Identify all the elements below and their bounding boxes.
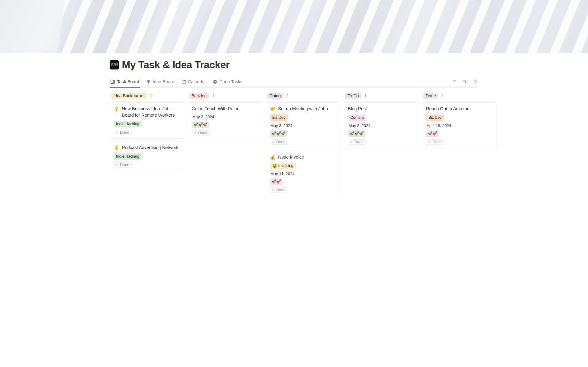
view-toolbar bbox=[451, 79, 478, 86]
column-header[interactable]: Done1 bbox=[422, 92, 496, 100]
done-label: Done bbox=[276, 188, 285, 192]
card-priority: 🚀🚀🚀 bbox=[192, 122, 209, 128]
check-icon: ✔ bbox=[115, 130, 119, 135]
done-pill[interactable]: ✔Done bbox=[270, 187, 288, 193]
done-label: Done bbox=[120, 130, 129, 135]
column-header[interactable]: Idea Backburner2 bbox=[110, 92, 184, 100]
column-label: Doing bbox=[267, 93, 283, 99]
column-label: Idea Backburner bbox=[111, 93, 147, 99]
card-priority: 🚀🚀🚀 bbox=[348, 130, 365, 137]
card-date: May 3, 2024 bbox=[348, 123, 414, 128]
done-pill[interactable]: ✔Done bbox=[114, 162, 132, 168]
done-pill[interactable]: ✔Done bbox=[348, 139, 366, 145]
tab-label: Done Tasks bbox=[219, 79, 243, 84]
check-badge-icon bbox=[213, 79, 217, 84]
column-header[interactable]: To Do1 bbox=[344, 92, 418, 100]
title-row: MY TASK TRACKER My Task & Idea Tracker bbox=[110, 53, 478, 71]
card-date: May 3, 2024 bbox=[270, 123, 336, 128]
column-label: To Do bbox=[345, 93, 361, 99]
card-title: Blog Post bbox=[348, 106, 367, 112]
page-cover bbox=[0, 0, 588, 53]
column-count: 1 bbox=[441, 93, 444, 98]
card-title-row: 💡Podcast Advertising Network bbox=[114, 144, 180, 151]
done-pill[interactable]: ✔Done bbox=[270, 139, 288, 145]
card-title: Podcast Advertising Network bbox=[122, 144, 179, 151]
card[interactable]: Blog PostContentMay 3, 2024🚀🚀🚀✔Done bbox=[344, 102, 418, 148]
card-title-row: Get in Touch With Peter bbox=[192, 106, 258, 112]
column-count: 1 bbox=[212, 93, 215, 98]
card-tag: Indie Hacking bbox=[114, 121, 142, 127]
card-title-row: 💡New Business Idea: Job Board for Remote… bbox=[114, 106, 180, 118]
card-title: Issue Invoice bbox=[278, 154, 304, 160]
card-emoji-icon: 💡 bbox=[114, 106, 119, 112]
column-header[interactable]: Doing2 bbox=[266, 92, 340, 100]
view-tabs-row: Task BoardIdea BoardCalendarDone Tasks bbox=[110, 77, 478, 88]
done-label: Done bbox=[198, 131, 207, 135]
column-backlog: Backlog1Get in Touch With PeterMay 2, 20… bbox=[188, 92, 262, 139]
card-emoji-icon: 💡 bbox=[114, 144, 119, 151]
card-title: New Business Idea: Job Board for Remote … bbox=[122, 106, 180, 118]
board-icon bbox=[110, 79, 115, 84]
card[interactable]: 💡New Business Idea: Job Board for Remote… bbox=[110, 102, 184, 139]
card-tag: Content bbox=[348, 114, 366, 121]
column-to-do: To Do1Blog PostContentMay 3, 2024🚀🚀🚀✔Don… bbox=[344, 92, 418, 148]
check-icon: ✔ bbox=[350, 140, 353, 144]
card[interactable]: Get in Touch With PeterMay 2, 2024🚀🚀🚀✔Do… bbox=[188, 102, 262, 139]
check-icon: ✔ bbox=[272, 188, 275, 192]
page-icon[interactable]: MY TASK TRACKER bbox=[110, 60, 119, 69]
column-count: 1 bbox=[364, 93, 367, 98]
card[interactable]: 🤝Set up Meeting with JohnBiz DevMay 3, 2… bbox=[266, 102, 340, 148]
card-date: May 11, 2024 bbox=[270, 171, 336, 176]
card[interactable]: 💰Issue Invoice🤑 InvoicingMay 11, 2024🚀🚀✔… bbox=[266, 151, 340, 197]
card-tag: 🤑 Invoicing bbox=[270, 163, 296, 169]
done-pill[interactable]: ✔Done bbox=[426, 139, 444, 145]
card-priority: 🚀🚀 bbox=[426, 130, 439, 137]
card-title-row: Reach Out to Amazon bbox=[426, 106, 492, 112]
card-priority: 🚀🚀🚀 bbox=[270, 130, 287, 137]
card-priority: 🚀🚀 bbox=[270, 178, 283, 185]
card-title: Get in Touch With Peter bbox=[192, 106, 239, 112]
column-label: Backlog bbox=[189, 93, 209, 99]
filter-button[interactable] bbox=[451, 79, 458, 85]
tab-done-tasks[interactable]: Done Tasks bbox=[212, 77, 243, 88]
card-title-row: 🤝Set up Meeting with John bbox=[270, 106, 336, 112]
sort-button[interactable] bbox=[462, 79, 468, 85]
search-button[interactable] bbox=[472, 79, 478, 85]
tab-calendar[interactable]: Calendar bbox=[181, 77, 207, 88]
done-pill[interactable]: ✔Done bbox=[192, 130, 210, 136]
svg-rect-1 bbox=[182, 80, 186, 84]
done-pill[interactable]: ✔Done bbox=[114, 130, 132, 135]
check-icon: ✔ bbox=[428, 140, 431, 144]
page-title[interactable]: My Task & Idea Tracker bbox=[122, 59, 230, 71]
check-icon: ✔ bbox=[115, 163, 119, 167]
column-done: Done1Reach Out to AmazonBiz DevApril 19,… bbox=[422, 92, 496, 148]
column-idea-backburner: Idea Backburner2💡New Business Idea: Job … bbox=[110, 92, 184, 171]
check-icon: ✔ bbox=[194, 131, 197, 135]
card[interactable]: 💡Podcast Advertising NetworkIndie Hackin… bbox=[110, 141, 184, 171]
calendar-icon bbox=[181, 79, 186, 84]
tab-task-board[interactable]: Task Board bbox=[110, 77, 140, 88]
card[interactable]: Reach Out to AmazonBiz DevApril 19, 2024… bbox=[422, 102, 496, 148]
card-title: Set up Meeting with John bbox=[278, 106, 328, 112]
done-label: Done bbox=[432, 140, 442, 144]
tab-label: Calendar bbox=[188, 79, 206, 84]
done-label: Done bbox=[120, 163, 129, 167]
tab-label: Task Board bbox=[117, 79, 139, 84]
card-date: May 2, 2024 bbox=[192, 114, 258, 119]
svg-rect-0 bbox=[111, 80, 115, 84]
card-title: Reach Out to Amazon bbox=[426, 106, 469, 112]
column-header[interactable]: Backlog1 bbox=[188, 92, 262, 100]
column-count: 2 bbox=[150, 93, 153, 98]
card-tag: Biz Dev bbox=[270, 114, 288, 121]
card-title-row: 💰Issue Invoice bbox=[270, 154, 336, 160]
tab-label: Idea Board bbox=[153, 79, 175, 84]
card-title-row: Blog Post bbox=[348, 106, 414, 112]
card-emoji-icon: 🤝 bbox=[270, 106, 276, 112]
card-tag: Indie Hacking bbox=[114, 153, 142, 160]
card-emoji-icon: 💰 bbox=[270, 154, 276, 160]
kanban-board: Idea Backburner2💡New Business Idea: Job … bbox=[110, 92, 478, 196]
column-doing: Doing2🤝Set up Meeting with JohnBiz DevMa… bbox=[266, 92, 340, 196]
svg-point-2 bbox=[474, 80, 476, 83]
bulb-icon bbox=[146, 79, 151, 84]
tab-idea-board[interactable]: Idea Board bbox=[145, 77, 175, 88]
